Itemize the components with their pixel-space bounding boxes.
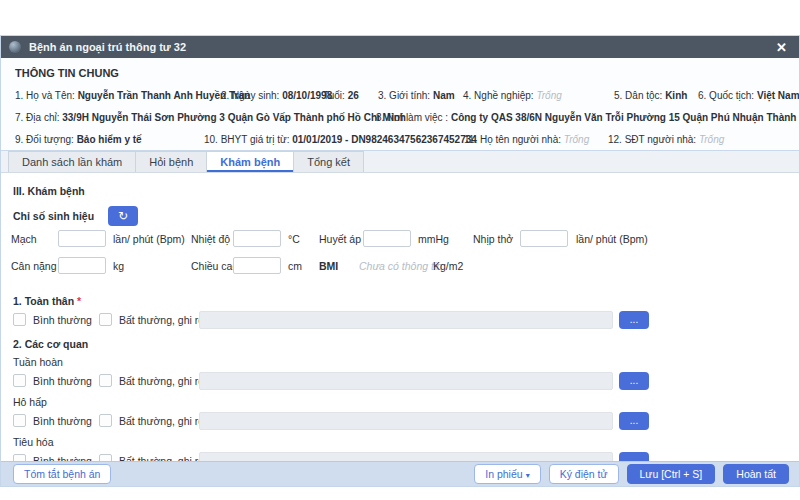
organ-ho-hap-label: Hô hấp (13, 396, 799, 408)
vitals-grid: Mạch lần/ phút (Bpm) Nhiệt độ °C Huyết á… (1, 230, 799, 286)
refresh-vitals-button[interactable]: ↻ (108, 206, 138, 226)
general-info-heading: THÔNG TIN CHUNG (15, 67, 119, 79)
complete-button[interactable]: Hoàn tất (723, 464, 789, 484)
respiration-input[interactable] (520, 230, 568, 247)
field-dob: 2. Ngày sinh: 08/10/1998 (221, 90, 332, 101)
vitals-heading: Chỉ số sinh hiệu (13, 210, 94, 222)
pulse-input[interactable] (58, 230, 106, 247)
temperature-unit: °C (288, 233, 300, 245)
field-relative-phone: 12. SĐT người nhà: Trống (608, 134, 724, 145)
height-label: Chiều cao (191, 260, 238, 272)
respiration-label: Nhịp thở (473, 233, 513, 245)
abnormal-note-input (199, 372, 613, 390)
normal-label: Bình thường (33, 415, 92, 427)
bmi-value-placeholder: Chưa có thông tin (359, 260, 442, 272)
field-gender: 3. Giới tính: Nam (378, 90, 455, 101)
more-button[interactable]: ... (619, 311, 649, 329)
temperature-input[interactable] (233, 230, 281, 247)
pulse-unit: lần/ phút (Bpm) (113, 233, 185, 245)
tab-kham-benh[interactable]: Khám bệnh (206, 151, 294, 172)
toan-than-row: Bình thường Bất thường, ghi rõ ... (1, 311, 799, 329)
dialog-titlebar: Bệnh án ngoại trú thông tư 32 ✕ (1, 36, 799, 58)
dialog-footer: Tóm tắt bệnh án In phiếu▾ Ký điện tử Lưu… (1, 461, 799, 486)
temperature-label: Nhiệt độ (191, 233, 230, 245)
blood-pressure-input[interactable] (363, 230, 411, 247)
exam-content: III. Khám bệnh Chỉ số sinh hiệu ↻ Mạch l… (1, 173, 799, 463)
section-co-quan-title: 2. Các cơ quan (13, 338, 799, 350)
checkbox-normal[interactable] (13, 313, 26, 326)
abnormal-note-input (199, 311, 613, 329)
normal-label: Bình thường (33, 314, 92, 326)
esign-button[interactable]: Ký điện tử (549, 464, 619, 484)
caret-down-icon: ▾ (526, 471, 530, 480)
tab-tong-ket[interactable]: Tổng kết (293, 151, 364, 172)
tab-hoi-benh[interactable]: Hỏi bệnh (135, 151, 207, 172)
close-icon[interactable]: ✕ (776, 41, 787, 54)
field-relative-name: 11. Họ tên người nhà: Trống (464, 134, 589, 145)
exam-section-title: III. Khám bệnh (13, 185, 799, 198)
bmi-label: BMI (319, 260, 338, 272)
checkbox-abnormal[interactable] (99, 374, 112, 387)
abnormal-label: Bất thường, ghi rõ (119, 415, 204, 427)
field-workplace: 8. Nơi làm việc : Công ty QAS 38/6N Nguy… (376, 112, 799, 123)
pulse-label: Mạch (11, 233, 37, 245)
field-address: 7. Địa chỉ: 33/9H Nguyễn Thái Sơn Phường… (15, 112, 406, 123)
app-icon (9, 41, 21, 53)
blood-pressure-unit: mmHg (418, 233, 449, 245)
tuan-hoan-row: Bình thường Bất thường, ghi rõ ... (1, 372, 799, 390)
height-unit: cm (288, 260, 302, 272)
more-button[interactable]: ... (619, 372, 649, 390)
field-object: 9. Đối tượng: Bảo hiểm y tế (15, 134, 142, 145)
checkbox-normal[interactable] (13, 374, 26, 387)
organ-tieu-hoa-label: Tiêu hóa (13, 436, 799, 448)
bmi-unit: Kg/m2 (433, 260, 463, 272)
field-ethnic: 5. Dân tộc: Kinh (614, 90, 687, 101)
save-button[interactable]: Lưu [Ctrl + S] (627, 464, 716, 484)
field-job: 4. Nghề nghiệp: Trống (463, 90, 562, 101)
print-button[interactable]: In phiếu▾ (474, 464, 540, 484)
ho-hap-row: Bình thường Bất thường, ghi rõ ... (1, 412, 799, 430)
field-name: 1. Họ và Tên: Nguyễn Trần Thanh Anh Huyề… (15, 90, 250, 101)
section-toan-than-title: 1. Toàn thân * (13, 295, 799, 307)
checkbox-normal[interactable] (13, 414, 26, 427)
field-bhyt: 10. BHYT giá trị từ: 01/01/2019 - DN9824… (204, 134, 477, 145)
weight-input[interactable] (58, 257, 106, 274)
weight-label: Cân nặng * (11, 260, 64, 272)
medical-record-dialog: Bệnh án ngoại trú thông tư 32 ✕ THÔNG TI… (0, 35, 800, 487)
checkbox-abnormal[interactable] (99, 414, 112, 427)
abnormal-label: Bất thường, ghi rõ (119, 375, 204, 387)
more-button[interactable]: ... (619, 412, 649, 430)
organ-tuan-hoan-label: Tuần hoàn (13, 356, 799, 368)
general-info-panel: THÔNG TIN CHUNG 1. Họ và Tên: Nguyễn Trầ… (1, 58, 799, 151)
tab-visit-list[interactable]: Danh sách lần khám (8, 151, 136, 172)
normal-label: Bình thường (33, 375, 92, 387)
refresh-icon: ↻ (118, 209, 128, 223)
abnormal-label: Bất thường, ghi rõ (119, 314, 204, 326)
field-age: Tuổi: 26 (323, 90, 359, 101)
field-nationality: 6. Quốc tịch: Việt Nam (698, 90, 799, 101)
dialog-title: Bệnh án ngoại trú thông tư 32 (29, 41, 186, 53)
respiration-unit: lần/ phút (Bpm) (576, 233, 648, 245)
height-input[interactable] (233, 257, 281, 274)
checkbox-abnormal[interactable] (99, 313, 112, 326)
weight-unit: kg (113, 260, 124, 272)
blood-pressure-label: Huyết áp (319, 233, 361, 245)
summary-button[interactable]: Tóm tắt bệnh án (13, 464, 111, 484)
abnormal-note-input (199, 412, 613, 430)
tab-bar: Danh sách lần khám Hỏi bệnh Khám bệnh Tổ… (1, 151, 799, 173)
